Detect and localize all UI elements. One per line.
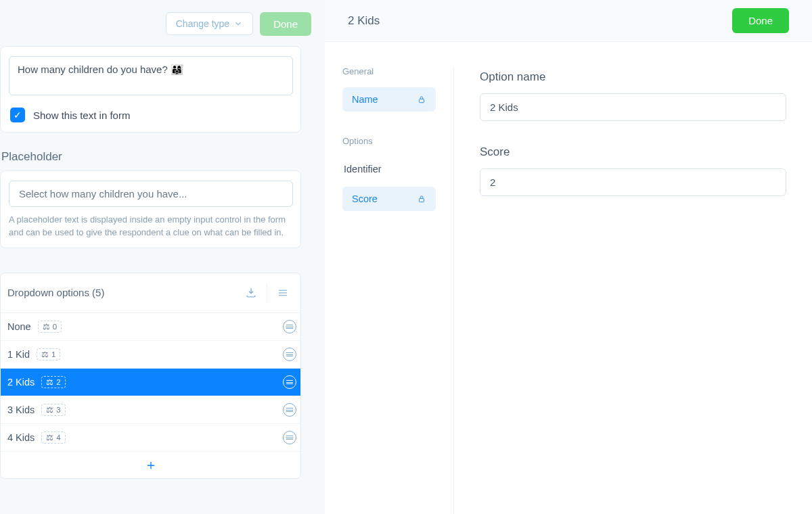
detail-nav: General Name Options Identifier Score	[325, 66, 454, 514]
placeholder-hint: A placeholder text is displayed inside a…	[9, 214, 293, 239]
dropdown-option-row[interactable]: 4 Kids⚖4	[1, 423, 300, 451]
option-score-pill: ⚖3	[41, 404, 65, 416]
detail-fields: Option name Score	[454, 66, 812, 514]
change-type-button[interactable]: Change type	[166, 12, 253, 35]
done-button-left[interactable]: Done	[260, 12, 311, 36]
option-detail-pane: 2 Kids Done General Name Options Identif…	[325, 0, 812, 514]
show-text-row: ✓ Show this text in form	[9, 108, 292, 122]
option-label: 2 Kids	[7, 377, 35, 388]
change-type-label: Change type	[176, 18, 229, 29]
lock-icon	[417, 95, 426, 104]
drag-handle-icon[interactable]	[283, 403, 296, 417]
dropdown-option-row[interactable]: 1 Kid⚖1	[1, 340, 300, 368]
option-label: 1 Kid	[7, 349, 30, 360]
nav-item-name[interactable]: Name	[342, 87, 436, 112]
dropdown-options-title: Dropdown options (5)	[7, 287, 104, 298]
weight-icon: ⚖	[46, 405, 53, 415]
detail-body: General Name Options Identifier Score	[325, 42, 812, 514]
dropdown-option-row[interactable]: None⚖0	[1, 313, 300, 340]
svg-rect-3	[420, 99, 424, 102]
score-label: Score	[480, 145, 786, 159]
detail-title: 2 Kids	[348, 14, 380, 28]
placeholder-card: Select how many children you have... A p…	[0, 170, 301, 248]
detail-header: 2 Kids Done	[325, 0, 812, 42]
left-toolbar: Change type Done	[0, 7, 325, 41]
option-score: 4	[56, 434, 60, 442]
dropdown-options-card: Dropdown options (5) None⚖01 Kid⚖12 Kids…	[0, 273, 301, 479]
option-name-input[interactable]	[480, 93, 786, 121]
nav-item-identifier-label: Identifier	[344, 164, 382, 174]
import-options-button[interactable]	[235, 283, 267, 303]
option-score-pill: ⚖1	[37, 348, 60, 360]
dropdown-options-list: None⚖01 Kid⚖12 Kids⚖23 Kids⚖34 Kids⚖4	[1, 313, 300, 451]
option-label: None	[7, 321, 31, 332]
nav-item-name-label: Name	[352, 94, 378, 105]
chevron-down-icon	[233, 19, 243, 28]
nav-group-options: Options	[342, 136, 436, 146]
drag-handle-icon[interactable]	[283, 320, 296, 333]
menu-icon	[276, 287, 290, 299]
question-editor-pane: Change type Done How many children do yo…	[0, 0, 325, 514]
dropdown-option-row[interactable]: 3 Kids⚖3	[1, 396, 300, 423]
option-score-pill: ⚖2	[41, 376, 65, 388]
nav-item-identifier[interactable]: Identifier	[342, 157, 436, 181]
add-option-button[interactable]: ＋	[1, 451, 300, 478]
nav-item-score-label: Score	[352, 193, 378, 204]
done-button-right[interactable]: Done	[732, 8, 789, 33]
question-text-input[interactable]: How many children do you have? 👨‍👩‍👧	[9, 56, 293, 95]
option-name-label: Option name	[480, 70, 786, 84]
drag-handle-icon[interactable]	[283, 375, 296, 389]
score-input[interactable]	[480, 168, 786, 196]
weight-icon: ⚖	[43, 322, 50, 331]
options-menu-button[interactable]	[267, 283, 298, 303]
drag-handle-icon[interactable]	[283, 431, 296, 444]
option-score: 1	[51, 350, 55, 358]
option-score-pill: ⚖0	[38, 321, 62, 333]
dropdown-options-header: Dropdown options (5)	[1, 273, 300, 313]
option-label: 3 Kids	[7, 404, 35, 415]
show-text-label: Show this text in form	[33, 110, 130, 121]
lock-icon	[417, 194, 426, 204]
show-text-checkbox[interactable]: ✓	[10, 108, 25, 122]
placeholder-section-title: Placeholder	[1, 150, 325, 164]
option-score: 3	[56, 406, 60, 414]
option-score: 2	[56, 378, 60, 386]
question-text-card: How many children do you have? 👨‍👩‍👧 ✓ S…	[0, 46, 301, 133]
drag-handle-icon[interactable]	[283, 348, 296, 361]
dropdown-option-row[interactable]: 2 Kids⚖2	[1, 368, 300, 396]
option-score: 0	[53, 323, 57, 331]
import-icon	[244, 287, 258, 299]
weight-icon: ⚖	[46, 377, 53, 387]
option-label: 4 Kids	[7, 432, 35, 443]
svg-rect-4	[420, 198, 424, 202]
placeholder-input[interactable]: Select how many children you have...	[9, 181, 293, 207]
nav-group-general: General	[342, 66, 436, 76]
plus-icon: ＋	[144, 456, 158, 474]
weight-icon: ⚖	[41, 350, 49, 359]
nav-item-score[interactable]: Score	[342, 187, 436, 211]
weight-icon: ⚖	[46, 433, 53, 442]
option-score-pill: ⚖4	[41, 431, 65, 444]
